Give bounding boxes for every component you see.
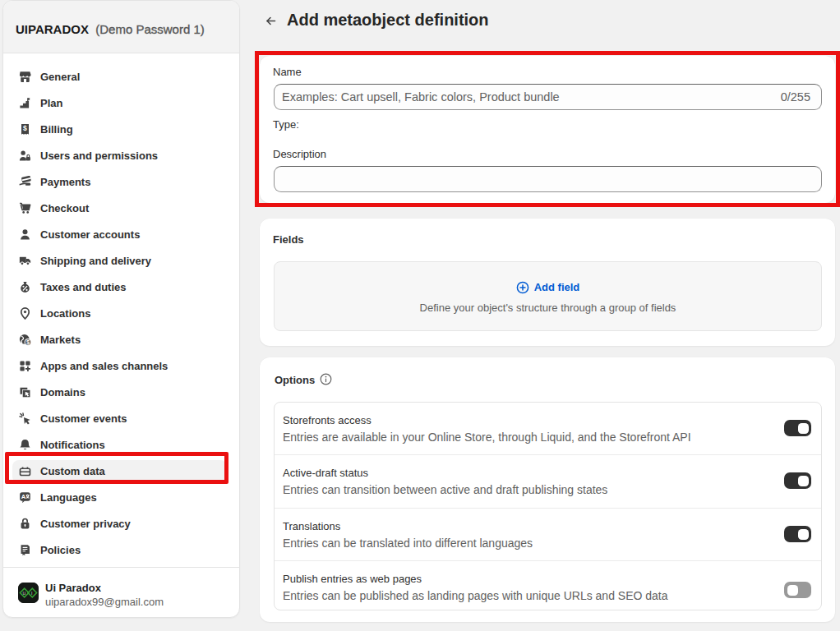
svg-text:u: u <box>23 590 26 596</box>
svg-text:A: A <box>21 493 26 500</box>
svg-text:$: $ <box>26 339 30 346</box>
svg-text:ı: ı <box>31 590 33 596</box>
svg-text:$: $ <box>23 124 27 132</box>
